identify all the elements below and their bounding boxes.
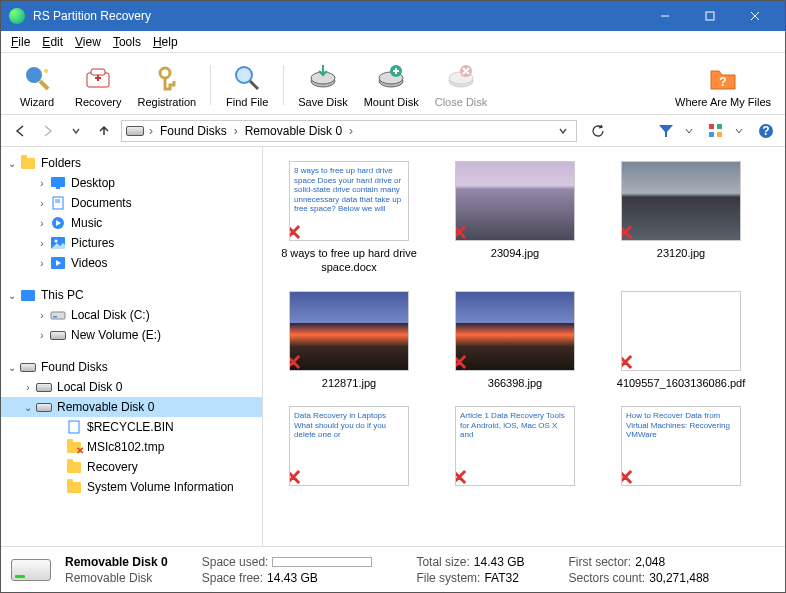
menu-help[interactable]: Help — [147, 33, 184, 51]
menu-tools[interactable]: Tools — [107, 33, 147, 51]
folder-tree[interactable]: ⌄ Folders ›Desktop ›Documents ›Music ›Pi… — [1, 147, 263, 546]
file-item[interactable]: How to Recover Data from Virtual Machine… — [601, 402, 761, 490]
caret-right-icon[interactable]: › — [35, 310, 49, 321]
tree-removable-disk-0[interactable]: ⌄Removable Disk 0 — [1, 397, 262, 417]
filter-dropdown[interactable] — [683, 120, 695, 142]
tree-label: Pictures — [71, 236, 114, 250]
svg-point-5 — [44, 69, 48, 73]
menu-edit[interactable]: Edit — [36, 33, 69, 51]
refresh-button[interactable] — [587, 120, 609, 142]
registration-button[interactable]: Registration — [131, 60, 202, 110]
svg-point-34 — [55, 240, 58, 243]
tree-label: MSIc8102.tmp — [87, 440, 164, 454]
caret-right-icon[interactable]: › — [35, 330, 49, 341]
toolbar: Wizard Recovery Registration Find File S… — [1, 53, 785, 115]
disk-icon — [19, 359, 37, 375]
file-thumbnail: Article 1 Data Recovery Tools for Androi… — [455, 406, 575, 486]
file-grid[interactable]: 8 ways to free up hard drive space Does … — [263, 147, 785, 546]
caret-down-icon[interactable]: ⌄ — [5, 290, 19, 301]
file-name: 212871.jpg — [322, 377, 376, 391]
breadcrumb-dropdown[interactable] — [554, 126, 572, 136]
documents-icon — [49, 195, 67, 211]
file-thumbnail: ✕ — [289, 291, 409, 371]
sectors-count-label: Sectors count: — [569, 571, 646, 585]
menu-file[interactable]: File — [5, 33, 36, 51]
caret-right-icon[interactable]: › — [35, 258, 49, 269]
tree-folders[interactable]: ⌄ Folders — [1, 153, 262, 173]
breadcrumb-removable-disk[interactable]: Removable Disk 0 — [241, 124, 346, 138]
caret-down-icon[interactable]: ⌄ — [5, 362, 19, 373]
file-name: 366398.jpg — [488, 377, 542, 391]
tree-recycle-bin[interactable]: $RECYCLE.BIN — [1, 417, 262, 437]
caret-down-icon[interactable]: ⌄ — [21, 402, 35, 413]
tree-documents[interactable]: ›Documents — [1, 193, 262, 213]
file-item[interactable]: ✕23094.jpg — [435, 157, 595, 279]
svg-rect-23 — [709, 132, 714, 137]
file-item[interactable]: ✕212871.jpg — [269, 287, 429, 395]
maximize-button[interactable] — [687, 1, 732, 31]
file-item[interactable]: ✕366398.jpg — [435, 287, 595, 395]
chevron-right-icon: › — [348, 124, 354, 138]
tree-recovery[interactable]: Recovery — [1, 457, 262, 477]
tree-desktop[interactable]: ›Desktop — [1, 173, 262, 193]
sectors-count-value: 30,271,488 — [649, 571, 709, 585]
recovery-button[interactable]: Recovery — [69, 60, 127, 110]
breadcrumb[interactable]: › Found Disks › Removable Disk 0 › — [121, 120, 577, 142]
view-mode-dropdown[interactable] — [733, 120, 745, 142]
deleted-marker-icon: ✕ — [289, 220, 302, 241]
tree-local-c[interactable]: ›Local Disk (C:) — [1, 305, 262, 325]
folder-icon — [65, 459, 83, 475]
breadcrumb-found-disks[interactable]: Found Disks — [156, 124, 231, 138]
up-button[interactable] — [93, 120, 115, 142]
menu-view[interactable]: View — [69, 33, 107, 51]
caret-right-icon[interactable]: › — [21, 382, 35, 393]
filter-button[interactable] — [655, 120, 677, 142]
view-mode-button[interactable] — [705, 120, 727, 142]
help-button[interactable]: ? — [755, 120, 777, 142]
file-item[interactable]: ✕4109557_1603136086.pdf — [601, 287, 761, 395]
tree-found-disks[interactable]: ⌄ Found Disks — [1, 357, 262, 377]
file-thumbnail: 8 ways to free up hard drive space Does … — [289, 161, 409, 241]
caret-right-icon[interactable]: › — [35, 218, 49, 229]
minimize-button[interactable] — [642, 1, 687, 31]
total-size-label: Total size: — [416, 555, 469, 569]
file-item[interactable]: Data Recovery in Laptops What should you… — [269, 402, 429, 490]
music-icon — [49, 215, 67, 231]
file-thumbnail: ✕ — [621, 291, 741, 371]
file-item[interactable]: ✕23120.jpg — [601, 157, 761, 279]
tree-this-pc[interactable]: ⌄ This PC — [1, 285, 262, 305]
folder-icon — [19, 155, 37, 171]
tree-system-volume[interactable]: System Volume Information — [1, 477, 262, 497]
caret-right-icon[interactable]: › — [35, 198, 49, 209]
space-used-label: Space used: — [202, 555, 269, 569]
tree-music[interactable]: ›Music — [1, 213, 262, 233]
file-name: 23094.jpg — [491, 247, 539, 261]
tree-new-volume-e[interactable]: ›New Volume (E:) — [1, 325, 262, 345]
space-free-value: 14.43 GB — [267, 571, 318, 585]
tree-videos[interactable]: ›Videos — [1, 253, 262, 273]
tree-msic-tmp[interactable]: ✕MSIc8102.tmp — [1, 437, 262, 457]
svg-rect-29 — [53, 197, 63, 209]
svg-point-4 — [26, 67, 42, 83]
registration-icon — [151, 62, 183, 94]
file-system-label: File system: — [416, 571, 480, 585]
close-button[interactable] — [732, 1, 777, 31]
tree-label: Found Disks — [41, 360, 108, 374]
back-button[interactable] — [9, 120, 31, 142]
find-file-button[interactable]: Find File — [219, 60, 275, 110]
history-dropdown[interactable] — [65, 120, 87, 142]
forward-button[interactable] — [37, 120, 59, 142]
tree-local-disk-0[interactable]: ›Local Disk 0 — [1, 377, 262, 397]
caret-right-icon[interactable]: › — [35, 238, 49, 249]
caret-right-icon[interactable]: › — [35, 178, 49, 189]
file-item[interactable]: 8 ways to free up hard drive space Does … — [269, 157, 429, 279]
chevron-right-icon: › — [233, 124, 239, 138]
caret-down-icon[interactable]: ⌄ — [5, 158, 19, 169]
file-item[interactable]: Article 1 Data Recovery Tools for Androi… — [435, 402, 595, 490]
save-disk-button[interactable]: Save Disk — [292, 60, 354, 110]
wizard-button[interactable]: Wizard — [9, 60, 65, 110]
tree-pictures[interactable]: ›Pictures — [1, 233, 262, 253]
save-disk-icon — [307, 62, 339, 94]
mount-disk-button[interactable]: Mount Disk — [358, 60, 425, 110]
where-are-my-files-button[interactable]: ? Where Are My Files — [669, 60, 777, 110]
